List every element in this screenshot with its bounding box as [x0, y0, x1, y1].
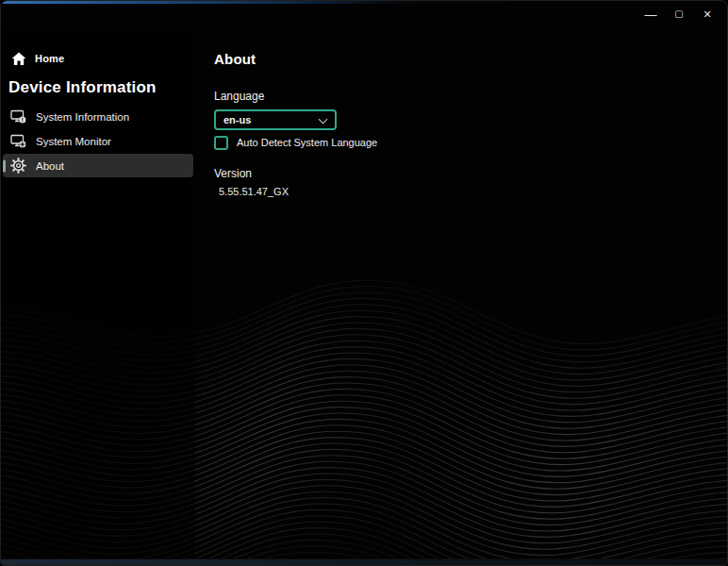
sidebar-item-system-monitor[interactable]: System Monitor	[3, 129, 193, 153]
titlebar: — ▢ ✕	[1, 1, 727, 27]
language-dropdown[interactable]: en-us	[214, 109, 337, 130]
minimize-button[interactable]: —	[637, 3, 665, 25]
window-top-accent-border	[1, 1, 727, 4]
auto-detect-row: Auto Detect System Language	[214, 135, 727, 150]
sidebar-item-label: System Monitor	[36, 136, 111, 147]
sidebar-section-title: Device Information	[8, 78, 195, 97]
chevron-down-icon	[320, 114, 327, 122]
selected-indicator	[3, 159, 6, 172]
monitor-info-icon	[10, 108, 26, 125]
home-label: Home	[35, 53, 64, 64]
home-icon	[10, 51, 26, 67]
app-window: — ▢ ✕ Home Device Information	[0, 0, 728, 566]
monitor-gear-icon	[10, 133, 26, 149]
close-button[interactable]: ✕	[693, 3, 721, 25]
sidebar: Home Device Information System Informati…	[1, 27, 195, 558]
auto-detect-checkbox[interactable]	[214, 136, 228, 150]
auto-detect-label: Auto Detect System Language	[237, 137, 377, 148]
sidebar-item-label: About	[36, 160, 64, 172]
sidebar-item-home[interactable]: Home	[10, 50, 195, 67]
sidebar-item-about[interactable]: About	[3, 154, 193, 177]
language-dropdown-value: en-us	[223, 114, 320, 125]
sidebar-item-system-information[interactable]: System Information	[3, 105, 193, 128]
maximize-button[interactable]: ▢	[665, 3, 693, 25]
page-title: About	[214, 50, 727, 68]
window-bottom-edge	[1, 558, 727, 565]
version-value: 5.55.51.47_GX	[219, 186, 727, 197]
main-content: About Language en-us Auto Detect System …	[195, 27, 727, 197]
gear-icon	[10, 158, 26, 174]
version-label: Version	[214, 167, 727, 180]
sidebar-item-label: System Information	[36, 111, 129, 123]
language-label: Language	[214, 90, 727, 103]
